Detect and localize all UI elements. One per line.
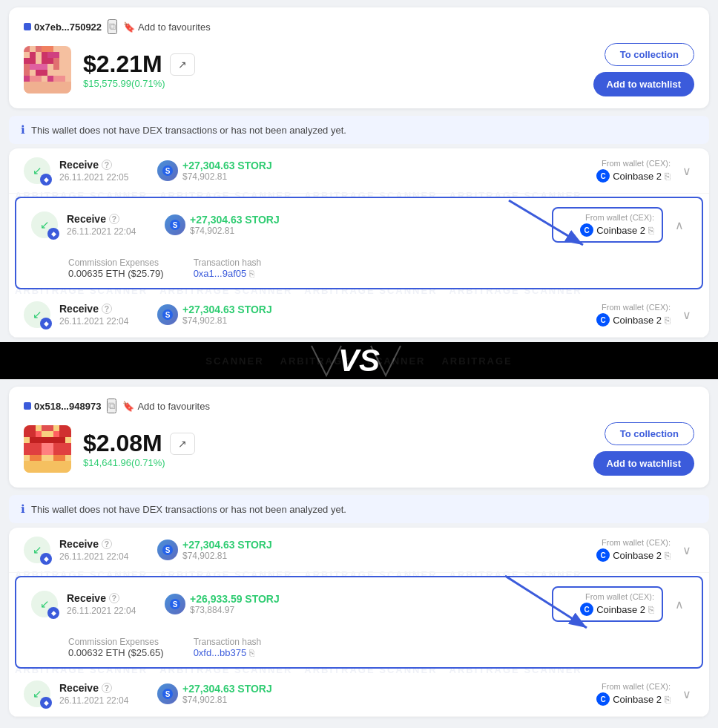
tx2-token-icon1: S (157, 540, 178, 560)
wallet2-actions: To collection Add to watchlist (593, 422, 694, 476)
wallet2-share-btn[interactable]: ↗ (170, 433, 195, 455)
wallet2-copy-btn[interactable]: ⧉ (107, 399, 116, 413)
wallet1-transactions: ARBITRAGE SCANNER ARBITRAGE SCANNER ARBI… (9, 148, 709, 338)
tx2-token1: S +27,304.63 STORJ $74,902.81 (157, 539, 272, 561)
copy-icon2[interactable]: ⎘ (648, 225, 654, 236)
wallet1-watchlist-btn[interactable]: Add to watchlist (593, 72, 694, 96)
wallet2-value: $2.08M ↗ $14,641.96(0.71%) (83, 430, 195, 468)
wallet1-value: $2.21M ↗ $15,575.99(0.71%) (83, 50, 195, 89)
tx1-chevron1[interactable]: ∨ (679, 164, 694, 178)
svg-text:S: S (165, 546, 171, 554)
tx2-row2: ↙ ◆ Receive ? 26.11.2021 22:04 S +26,933… (16, 577, 702, 631)
copy-icon5[interactable]: ⎘ (648, 604, 654, 615)
tx1-badge3: ◆ (40, 318, 52, 329)
tx1-details: Commission Expenses 0.00635 ETH ($25.79)… (16, 252, 702, 288)
tx2-token-icon2: S (165, 594, 185, 614)
tx1-from2-highlighted: From wallet (CEX): C Coinbase 2 ⎘ (552, 207, 663, 243)
tx1-badge2: ◆ (47, 228, 59, 240)
tx1-q2: ? (109, 214, 119, 224)
tx2-badge3: ◆ (40, 697, 52, 709)
tx1-row2-wrapper: ↙ ◆ Receive ? 26.11.2021 22:04 S +27,304… (15, 197, 703, 289)
tx1-icon2: ↙ ◆ (31, 211, 58, 238)
tx2-type1: Receive ? 26.11.2021 22:04 (59, 538, 148, 562)
tx1-badge1: ◆ (40, 174, 52, 186)
bookmark-icon2: 🔖 (122, 401, 134, 412)
wallet1-actions: To collection Add to watchlist (593, 43, 694, 96)
coinbase-icon2: C (580, 223, 593, 237)
wallet1-share-btn[interactable]: ↗ (170, 53, 195, 76)
tx1-token-icon1: S (157, 160, 178, 181)
copy-icon3[interactable]: ⎘ (665, 315, 671, 326)
tx2-type3: Receive ? 26.11.2021 22:04 (59, 682, 148, 706)
svg-rect-11 (24, 82, 71, 94)
svg-rect-10 (47, 76, 53, 82)
copy-icon4[interactable]: ⎘ (665, 550, 671, 561)
tx1-from1: From wallet (CEX): C Coinbase 2 ⎘ (559, 159, 671, 183)
wallet2-watchlist-btn[interactable]: Add to watchlist (593, 451, 694, 476)
svg-rect-5 (24, 58, 36, 64)
tx1-hash[interactable]: 0xa1...9af05 (194, 268, 247, 279)
wallet2-address: 0x518...948973 (24, 401, 101, 412)
wallet2-dex-notice: ℹ This wallet does not have DEX transact… (9, 495, 709, 523)
wallet2-avatar (24, 425, 71, 473)
hash-copy2[interactable]: ⎘ (249, 648, 254, 658)
wallet1-address: 0x7eb...750922 (24, 22, 102, 33)
vs-divider: SCANNER ARBITRAGE SCANNER ARBITRAGE VS (0, 342, 718, 379)
tx2-row2-wrapper: ↙ ◆ Receive ? 26.11.2021 22:04 S +26,933… (15, 576, 703, 669)
tx1-row1: ↙ ◆ Receive ? 26.11.2021 22:05 S +27,304… (9, 148, 709, 194)
svg-rect-7 (30, 64, 47, 70)
tx2-from3: From wallet (CEX): C Coinbase 2 ⎘ (559, 682, 671, 706)
svg-rect-16 (30, 76, 42, 82)
wallet1-header: 0x7eb...750922 ⧉ 🔖 Add to favourites (24, 19, 694, 34)
hash-copy1[interactable]: ⎘ (249, 269, 254, 279)
tx1-q3: ? (102, 304, 112, 314)
wallet1-copy-btn[interactable]: ⧉ (108, 19, 117, 34)
copy-icon6[interactable]: ⎘ (665, 694, 671, 705)
svg-text:S: S (165, 311, 171, 319)
svg-rect-4 (42, 52, 47, 58)
tx1-icon3: ↙ ◆ (24, 301, 50, 328)
copy-icon1[interactable]: ⎘ (665, 171, 671, 182)
coinbase-icon1: C (596, 169, 610, 183)
tx1-chevron2[interactable]: ∧ (672, 218, 687, 232)
wallet2-change: $14,641.96(0.71%) (83, 457, 195, 468)
tx1-q1: ? (102, 160, 112, 170)
tx2-q2: ? (109, 593, 119, 603)
svg-rect-13 (53, 58, 59, 70)
tx2-token3: S +27,304.63 STORJ $74,902.81 (157, 683, 272, 705)
svg-text:S: S (165, 167, 171, 175)
wallet1-card: 0x7eb...750922 ⧉ 🔖 Add to favourites (9, 7, 709, 108)
tx2-chevron3[interactable]: ∨ (679, 687, 694, 701)
tx1-from3: From wallet (CEX): C Coinbase 2 ⎘ (559, 303, 671, 327)
bookmark-icon: 🔖 (123, 22, 135, 33)
tx2-row3: ↙ ◆ Receive ? 26.11.2021 22:04 S +27,304… (9, 672, 709, 717)
tx2-type2: Receive ? 26.11.2021 22:04 (67, 592, 156, 616)
wallet2-collection-btn[interactable]: To collection (605, 422, 694, 445)
tx2-details: Commission Expenses 0.00632 ETH ($25.65)… (16, 631, 702, 667)
svg-rect-2 (36, 46, 42, 52)
tx2-token2: S +26,933.59 STORJ $73,884.97 (165, 593, 280, 615)
tx2-icon3: ↙ ◆ (24, 681, 50, 707)
svg-rect-26 (24, 425, 36, 437)
tx1-row3: ↙ ◆ Receive ? 26.11.2021 22:04 S +27,304… (9, 292, 709, 338)
tx1-chevron3[interactable]: ∨ (679, 308, 694, 322)
tx2-chevron1[interactable]: ∨ (679, 543, 694, 557)
tx2-hash[interactable]: 0xfd...bb375 (194, 647, 247, 658)
svg-text:S: S (165, 690, 171, 698)
tx1-token-icon2: S (165, 214, 185, 235)
svg-rect-29 (30, 437, 65, 443)
wallet2-fav-btn[interactable]: 🔖 Add to favourites (122, 401, 210, 412)
vs-text: VS (338, 343, 380, 378)
svg-rect-33 (24, 461, 71, 473)
svg-rect-15 (47, 52, 59, 58)
tx2-from2-highlighted: From wallet (CEX): C Coinbase 2 ⎘ (552, 586, 663, 622)
tx2-badge2: ◆ (47, 607, 59, 619)
wallet1-fav-btn[interactable]: 🔖 Add to favourites (123, 22, 211, 33)
svg-rect-17 (53, 76, 65, 82)
tx1-row2: ↙ ◆ Receive ? 26.11.2021 22:04 S +27,304… (16, 198, 702, 252)
tx2-chevron2[interactable]: ∧ (672, 597, 687, 611)
coinbase-icon3: C (596, 313, 610, 327)
wallet1-collection-btn[interactable]: To collection (605, 43, 694, 66)
svg-rect-3 (30, 52, 36, 58)
wallet1-indicator (24, 23, 31, 30)
